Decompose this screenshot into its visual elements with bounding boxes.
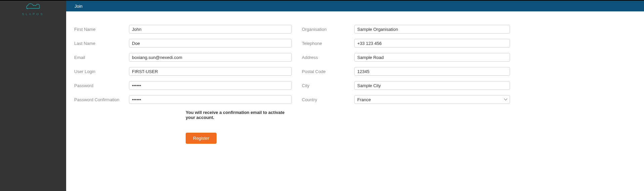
slapos-logo-icon: [26, 2, 41, 10]
postal-code-input[interactable]: [354, 67, 510, 76]
form-row-email: Email: [74, 53, 292, 62]
country-label: Country: [302, 97, 354, 102]
password-confirmation-label: Password Confirmation: [74, 97, 129, 102]
first-name-label: First Name: [74, 27, 129, 32]
address-label: Address: [302, 55, 354, 60]
address-input[interactable]: [354, 53, 510, 62]
form-row-country: Country France: [302, 95, 510, 104]
form-row-user-login: User Login: [74, 67, 292, 76]
password-label: Password: [74, 83, 129, 88]
organisation-label: Organisation: [302, 27, 354, 32]
form-row-last-name: Last Name: [74, 39, 292, 48]
city-label: City: [302, 83, 354, 88]
page-title: Join: [75, 4, 83, 9]
info-text: You will receive a confirmation email to…: [186, 110, 292, 120]
user-login-input[interactable]: [129, 67, 292, 76]
form-row-password-confirmation: Password Confirmation: [74, 95, 292, 104]
form-row-password: Password: [74, 81, 292, 90]
organisation-input[interactable]: [354, 25, 510, 34]
register-button-wrapper: Register: [186, 133, 292, 144]
form-column-left: First Name Last Name Email User Login Pa…: [74, 25, 292, 144]
email-label: Email: [74, 55, 129, 60]
country-select[interactable]: France: [354, 95, 510, 104]
postal-code-label: Postal Code: [302, 69, 354, 74]
last-name-input[interactable]: [129, 39, 292, 48]
register-button[interactable]: Register: [186, 133, 217, 144]
form-column-right: Organisation Telephone Address Postal Co…: [302, 25, 510, 144]
form-row-first-name: First Name: [74, 25, 292, 34]
email-input[interactable]: [129, 53, 292, 62]
password-confirmation-input[interactable]: [129, 95, 292, 104]
telephone-label: Telephone: [302, 41, 354, 46]
form-row-postal-code: Postal Code: [302, 67, 510, 76]
sidebar: SLAPOS: [0, 1, 66, 191]
form-row-city: City: [302, 81, 510, 90]
password-input[interactable]: [129, 81, 292, 90]
country-select-wrapper: France: [354, 95, 510, 104]
user-login-label: User Login: [74, 69, 129, 74]
city-input[interactable]: [354, 81, 510, 90]
last-name-label: Last Name: [74, 41, 129, 46]
form-row-telephone: Telephone: [302, 39, 510, 48]
form-container: First Name Last Name Email User Login Pa…: [66, 11, 644, 144]
main-container: SLAPOS Join First Name Last Name Email: [0, 1, 644, 191]
header: Join: [66, 1, 644, 11]
first-name-input[interactable]: [129, 25, 292, 34]
logo: SLAPOS: [22, 2, 44, 16]
telephone-input[interactable]: [354, 39, 510, 48]
form-row-address: Address: [302, 53, 510, 62]
main-area: Join First Name Last Name Email User Log…: [66, 1, 644, 191]
form-row-organisation: Organisation: [302, 25, 510, 34]
logo-text: SLAPOS: [22, 12, 44, 16]
